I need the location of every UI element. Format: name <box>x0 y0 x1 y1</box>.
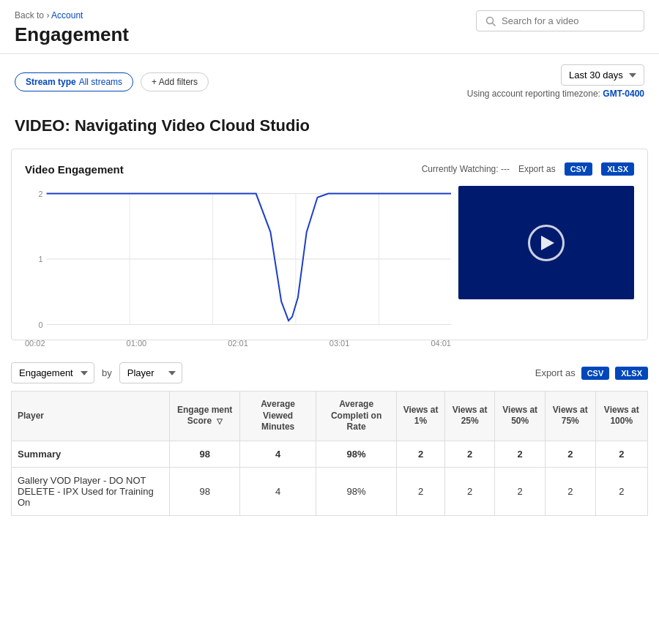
filters-right: Last 30 days Last 7 days Last 90 days Cu… <box>467 64 644 99</box>
x-label-3: 03:01 <box>330 339 350 348</box>
chart-xlsx-button[interactable]: XLSX <box>601 162 634 176</box>
table-controls: Engagement Views by Player Device Countr… <box>11 355 648 391</box>
back-to-label: Back to <box>15 10 44 20</box>
table-summary-row: Summary 98 4 98% 2 2 2 2 2 <box>12 441 648 467</box>
table-export-label: Export as <box>535 367 576 378</box>
video-title: VIDEO: Navigating Video Cloud Studio <box>15 116 644 135</box>
summary-views-25: 2 <box>444 441 495 467</box>
row-avg-completion: 98% <box>316 467 397 515</box>
chart-body: 2 1 0 00:02 01:00 02:01 03:01 04:01 <box>25 186 634 332</box>
table-controls-right: Export as CSV XLSX <box>535 367 648 380</box>
filters-row: Stream type All streams + Add filters La… <box>0 54 659 109</box>
table-section: Engagement Views by Player Device Countr… <box>11 355 648 516</box>
summary-views-50: 2 <box>495 441 546 467</box>
filters-left: Stream type All streams + Add filters <box>15 72 209 91</box>
data-table: Player Engage ment Score ▽ Average Viewe… <box>11 391 648 516</box>
currently-watching-label: Currently Watching: --- <box>422 164 510 174</box>
svg-text:0: 0 <box>39 320 43 329</box>
date-select-wrap: Last 30 days Last 7 days Last 90 days Cu… <box>561 64 644 86</box>
stream-type-label: Stream type <box>26 77 76 87</box>
by-label: by <box>102 367 112 378</box>
add-filter-button[interactable]: + Add filters <box>141 72 209 91</box>
export-label: Export as <box>518 164 556 174</box>
chart-title: Video Engagement <box>25 163 124 176</box>
timezone-link[interactable]: GMT-0400 <box>603 89 644 99</box>
col-player: Player <box>12 392 170 441</box>
add-filter-label: + Add filters <box>152 77 198 87</box>
col-views-100: Views at 100% <box>595 392 647 441</box>
breadcrumb-separator: › <box>46 10 49 20</box>
video-title-row: VIDEO: Navigating Video Cloud Studio <box>0 109 659 149</box>
search-icon <box>485 16 496 26</box>
search-bar[interactable] <box>476 10 644 31</box>
summary-engagement: 98 <box>170 441 240 467</box>
chart-section: Video Engagement Currently Watching: ---… <box>11 149 648 340</box>
dimension-select[interactable]: Engagement Views <box>11 362 94 383</box>
play-button[interactable] <box>528 225 565 261</box>
timezone-text: Using account reporting timezone: GMT-04… <box>467 89 644 99</box>
summary-views-1: 2 <box>397 441 445 467</box>
table-csv-button[interactable]: CSV <box>581 367 610 380</box>
table-controls-left: Engagement Views by Player Device Countr… <box>11 362 182 383</box>
col-views-1: Views at 1% <box>397 392 445 441</box>
row-views-25: 2 <box>444 467 495 515</box>
group-select[interactable]: Player Device Country <box>119 362 182 383</box>
timezone-prefix: Using account reporting timezone: <box>467 89 600 99</box>
chart-area: 2 1 0 00:02 01:00 02:01 03:01 04:01 <box>25 186 451 332</box>
summary-views-75: 2 <box>545 441 595 467</box>
x-label-2: 02:01 <box>228 339 248 348</box>
chart-csv-button[interactable]: CSV <box>565 162 593 176</box>
date-range-select[interactable]: Last 30 days Last 7 days Last 90 days Cu… <box>561 64 644 86</box>
dimension-select-wrap: Engagement Views <box>11 362 94 383</box>
header: Back to › Account Engagement <box>0 0 659 54</box>
chart-header: Video Engagement Currently Watching: ---… <box>25 162 634 176</box>
play-triangle-icon <box>541 236 554 250</box>
row-engagement: 98 <box>170 467 240 515</box>
svg-line-1 <box>493 23 496 26</box>
group-select-wrap: Player Device Country <box>119 362 182 383</box>
row-views-50: 2 <box>495 467 546 515</box>
svg-text:1: 1 <box>39 255 43 263</box>
video-thumbnail[interactable] <box>458 186 634 299</box>
svg-text:2: 2 <box>39 189 43 198</box>
row-player: Gallery VOD Player - DO NOT DELETE - IPX… <box>12 467 170 515</box>
col-engagement-score: Engage ment Score ▽ <box>170 392 240 441</box>
x-label-0: 00:02 <box>25 339 45 348</box>
table-row: Gallery VOD Player - DO NOT DELETE - IPX… <box>12 467 648 515</box>
sort-icon: ▽ <box>217 416 223 426</box>
summary-avg-viewed: 4 <box>240 441 316 467</box>
col-views-75: Views at 75% <box>545 392 595 441</box>
x-label-4: 04:01 <box>431 339 451 348</box>
chart-controls: Currently Watching: --- Export as CSV XL… <box>422 162 634 176</box>
col-views-25: Views at 25% <box>444 392 495 441</box>
page-title: Engagement <box>15 23 129 46</box>
stream-type-value: All streams <box>79 77 122 87</box>
table-xlsx-button[interactable]: XLSX <box>615 367 648 380</box>
search-input[interactable] <box>502 15 635 26</box>
col-avg-viewed: Average Viewed Minutes <box>240 392 316 441</box>
row-views-75: 2 <box>545 467 595 515</box>
col-views-50: Views at 50% <box>495 392 546 441</box>
chart-x-labels: 00:02 01:00 02:01 03:01 04:01 <box>25 336 451 348</box>
summary-views-100: 2 <box>595 441 647 467</box>
table-header-row: Player Engage ment Score ▽ Average Viewe… <box>12 392 648 441</box>
summary-avg-completion: 98% <box>316 441 397 467</box>
header-left: Back to › Account Engagement <box>15 10 129 46</box>
stream-type-filter[interactable]: Stream type All streams <box>15 72 133 91</box>
x-label-1: 01:00 <box>127 339 147 348</box>
row-views-100: 2 <box>595 467 647 515</box>
row-avg-viewed: 4 <box>240 467 316 515</box>
breadcrumb: Back to › Account <box>15 10 129 20</box>
breadcrumb-account-link[interactable]: Account <box>51 10 83 20</box>
col-avg-completion: Average Completi on Rate <box>316 392 397 441</box>
chart-svg: 2 1 0 <box>25 186 451 332</box>
summary-player: Summary <box>12 441 170 467</box>
page-wrapper: Back to › Account Engagement Stream type… <box>0 0 659 644</box>
row-views-1: 2 <box>397 467 445 515</box>
